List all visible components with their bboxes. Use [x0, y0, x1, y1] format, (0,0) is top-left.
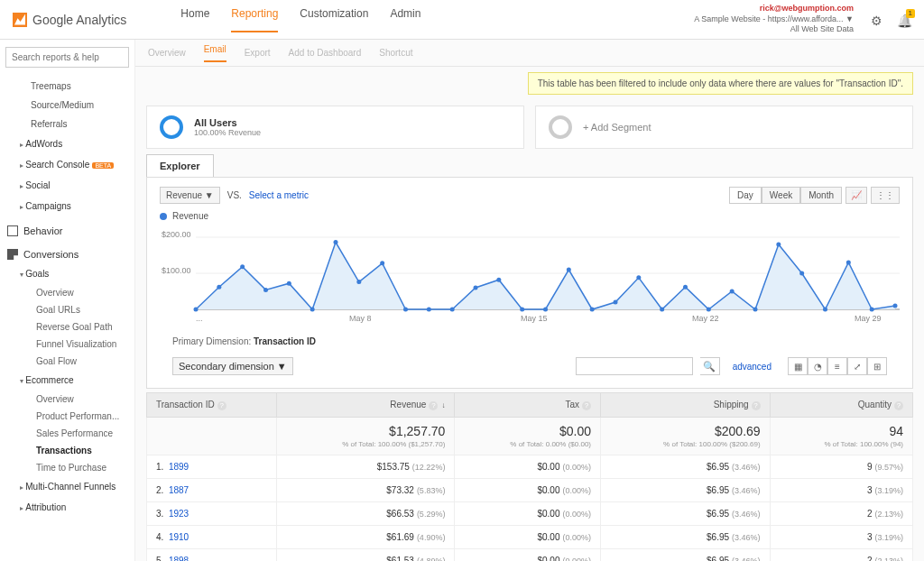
nav-reporting[interactable]: Reporting [231, 7, 278, 32]
logo[interactable]: Google Analytics [13, 13, 126, 27]
comparison-view-icon[interactable]: ⤢ [847, 357, 867, 375]
toolbar-shortcut[interactable]: Shortcut [379, 48, 412, 58]
sidebar-group-search-console[interactable]: Search ConsoleBETA [5, 154, 129, 175]
beta-badge: BETA [92, 162, 114, 169]
segment-sub: 100.00% Revenue [194, 128, 261, 137]
gran-day[interactable]: Day [729, 187, 762, 204]
sidebar-section-behavior[interactable]: Behavior [5, 216, 129, 240]
table-search-input[interactable] [576, 357, 693, 375]
sidebar-item-goal-flow[interactable]: Goal Flow [5, 353, 129, 370]
svg-point-3 [194, 308, 199, 312]
sidebar-item-product-performance[interactable]: Product Performan... [5, 408, 129, 425]
svg-point-30 [823, 308, 827, 312]
flag-icon [7, 249, 18, 260]
sidebar-group-goals[interactable]: Goals [5, 263, 129, 284]
transaction-link[interactable]: 1923 [169, 509, 189, 519]
sidebar-item-transactions[interactable]: Transactions [5, 442, 129, 459]
search-icon[interactable]: 🔍 [700, 357, 720, 375]
svg-point-4 [217, 285, 221, 290]
nav-home[interactable]: Home [180, 7, 209, 32]
sidebar-item-funnel-visualization[interactable]: Funnel Visualization [5, 336, 129, 353]
logo-text: Google Analytics [32, 13, 126, 27]
transaction-link[interactable]: 1887 [169, 485, 189, 495]
sidebar-item-goal-urls[interactable]: Goal URLs [5, 301, 129, 318]
search-input[interactable] [5, 47, 129, 68]
pivot-view-icon[interactable]: ⊞ [867, 357, 887, 375]
help-icon[interactable]: ? [217, 401, 226, 410]
sidebar-item-treemaps[interactable]: Treemaps [5, 77, 129, 96]
tab-explorer[interactable]: Explorer [146, 154, 214, 177]
gear-icon[interactable] [868, 13, 882, 27]
sidebar-item-source-medium[interactable]: Source/Medium [5, 96, 129, 115]
help-icon[interactable]: ? [894, 401, 903, 410]
table-view-icon[interactable]: ▦ [788, 357, 808, 375]
site-name: A Sample Website - https://www.afforda..… [694, 14, 854, 25]
svg-point-16 [496, 278, 501, 282]
svg-point-23 [660, 308, 664, 312]
content: Overview Email Export Add to Dashboard S… [135, 40, 924, 561]
svg-point-21 [614, 300, 618, 305]
chart-type-icon[interactable]: 📈 [845, 187, 867, 204]
bell-icon[interactable]: 1 [897, 13, 911, 27]
svg-point-31 [846, 261, 851, 265]
col-tax[interactable]: Tax? [455, 393, 601, 418]
notification-count: 1 [906, 9, 915, 18]
nav-admin[interactable]: Admin [390, 7, 420, 32]
transaction-link[interactable]: 1898 [169, 556, 189, 561]
col-shipping[interactable]: Shipping? [601, 393, 771, 418]
svg-point-9 [334, 240, 338, 244]
help-icon[interactable]: ? [582, 401, 591, 410]
gran-week[interactable]: Week [762, 187, 800, 204]
y-tick-200: $200.00 [162, 230, 191, 239]
sidebar-item-sales-performance[interactable]: Sales Performance [5, 425, 129, 442]
sidebar-item-time-to-purchase[interactable]: Time to Purchase [5, 459, 129, 476]
toolbar-add-dashboard[interactable]: Add to Dashboard [289, 48, 362, 58]
metric-selector[interactable]: Revenue ▼ [160, 187, 220, 204]
svg-point-24 [683, 285, 688, 290]
sidebar-group-ecommerce[interactable]: Ecommerce [5, 370, 129, 391]
sidebar-group-social[interactable]: Social [5, 175, 129, 196]
segment-title: All Users [194, 117, 261, 128]
table-row: 4. 1910$61.69(4.90%)$0.00(0.00%)$6.95(3.… [147, 526, 913, 549]
vs-label: VS. [227, 190, 242, 200]
toolbar-overview[interactable]: Overview [148, 48, 186, 58]
transaction-link[interactable]: 1910 [169, 532, 189, 542]
motion-chart-icon[interactable]: ⋮⋮ [871, 187, 900, 204]
nav-customization[interactable]: Customization [300, 7, 368, 32]
sidebar: Treemaps Source/Medium Referrals AdWords… [0, 40, 135, 561]
gran-month[interactable]: Month [800, 187, 842, 204]
svg-point-13 [427, 308, 431, 312]
add-segment-panel[interactable]: + Add Segment [535, 106, 913, 149]
help-icon[interactable]: ? [752, 401, 761, 410]
advanced-link[interactable]: advanced [733, 362, 772, 372]
sidebar-group-adwords[interactable]: AdWords [5, 133, 129, 154]
sidebar-section-conversions[interactable]: Conversions [5, 240, 129, 263]
table-row: 2. 1887$73.32(5.83%)$0.00(0.00%)$6.95(3.… [147, 479, 913, 502]
toolbar-email[interactable]: Email [204, 44, 226, 62]
svg-point-29 [799, 271, 804, 276]
sort-desc-icon: ↓ [441, 401, 445, 409]
sidebar-item-reverse-goal-path[interactable]: Reverse Goal Path [5, 318, 129, 336]
secondary-dimension-selector[interactable]: Secondary dimension ▼ [172, 357, 293, 375]
sidebar-item-referrals[interactable]: Referrals [5, 115, 129, 133]
bar-view-icon[interactable]: ≡ [827, 357, 847, 375]
sidebar-item-ecom-overview[interactable]: Overview [5, 391, 129, 408]
toolbar-export[interactable]: Export [245, 48, 271, 58]
sidebar-group-campaigns[interactable]: Campaigns [5, 196, 129, 216]
help-icon[interactable]: ? [429, 401, 438, 410]
legend-dot-icon [160, 213, 167, 220]
x-tick-1: May 8 [349, 314, 372, 323]
svg-point-8 [310, 308, 315, 312]
sidebar-item-goals-overview[interactable]: Overview [5, 284, 129, 301]
svg-point-7 [287, 281, 291, 286]
segment-all-users[interactable]: All Users 100.00% Revenue [146, 106, 524, 149]
sidebar-group-multichannel[interactable]: Multi-Channel Funnels [5, 476, 129, 497]
sidebar-group-attribution[interactable]: Attribution [5, 497, 129, 518]
transaction-link[interactable]: 1899 [169, 462, 189, 472]
pie-view-icon[interactable]: ◔ [808, 357, 827, 375]
account-switcher[interactable]: rick@webgumption.com A Sample Website - … [694, 4, 854, 35]
select-metric-link[interactable]: Select a metric [249, 190, 309, 200]
col-quantity[interactable]: Quantity? [770, 393, 912, 418]
col-revenue[interactable]: Revenue?↓ [277, 393, 455, 418]
col-transaction-id[interactable]: Transaction ID? [147, 393, 277, 418]
